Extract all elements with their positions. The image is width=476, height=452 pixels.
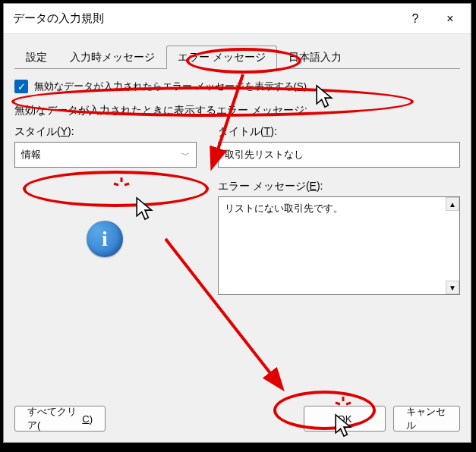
dialog-title: データの入力規則 (13, 11, 398, 26)
title-label: タイトル(T): (218, 124, 460, 142)
button-row: すべてクリア(C) OK キャンセル (4, 400, 471, 442)
dialog-content: 設定 入力時メッセージ エラー メッセージ 日本語入力 ✓ 無効なデータが入力さ… (4, 34, 471, 400)
checkbox-checked-icon: ✓ (14, 80, 28, 93)
tab-strip: 設定 入力時メッセージ エラー メッセージ 日本語入力 (14, 45, 460, 69)
scroll-down-button[interactable]: ▼ (446, 281, 459, 294)
style-combobox[interactable]: 情報 ﹀ (14, 142, 197, 168)
scroll-up-button[interactable]: ▲ (446, 197, 459, 211)
tab-input-message[interactable]: 入力時メッセージ (58, 46, 166, 69)
form-grid: スタイル(Y): 情報 ﹀ i タイトル(T): 取引先リストなし エラー メッ… (14, 124, 460, 295)
close-button[interactable]: × (433, 7, 468, 31)
clear-all-button[interactable]: すべてクリア(C) (14, 406, 106, 432)
checkbox-label: 無効なデータが入力されたらエラー メッセージを表示する(S) (34, 80, 307, 93)
chevron-down-icon: ﹀ (181, 149, 190, 161)
right-column: タイトル(T): 取引先リストなし エラー メッセージ(E): リストにない取引… (218, 124, 460, 295)
title-input[interactable]: 取引先リストなし (218, 142, 460, 168)
error-message-label: エラー メッセージ(E): (218, 178, 460, 196)
style-value: 情報 (21, 148, 41, 162)
tab-error-message[interactable]: エラー メッセージ (166, 46, 277, 69)
help-button[interactable]: ? (398, 7, 433, 31)
subheading: 無効なデータが入力されたときに表示するエラー メッセージ: (14, 104, 460, 118)
titlebar: データの入力規則 ? × (4, 4, 471, 34)
dialog-window: データの入力規則 ? × 設定 入力時メッセージ エラー メッセージ 日本語入力… (3, 3, 471, 443)
show-error-checkbox-row[interactable]: ✓ 無効なデータが入力されたらエラー メッセージを表示する(S) (14, 80, 460, 93)
error-message-textarea[interactable]: リストにない取引先です。 ▲ ▼ (218, 196, 460, 295)
tab-ime[interactable]: 日本語入力 (277, 46, 353, 69)
title-value: 取引先リストなし (225, 148, 304, 162)
left-column: スタイル(Y): 情報 ﹀ i (14, 124, 204, 295)
style-label: スタイル(Y): (14, 124, 204, 142)
tab-settings[interactable]: 設定 (14, 46, 58, 69)
error-message-value: リストにない取引先です。 (225, 202, 343, 290)
cancel-button[interactable]: キャンセル (393, 406, 460, 432)
info-icon: i (87, 221, 123, 257)
spacer (113, 406, 296, 432)
ok-button[interactable]: OK (304, 406, 386, 432)
